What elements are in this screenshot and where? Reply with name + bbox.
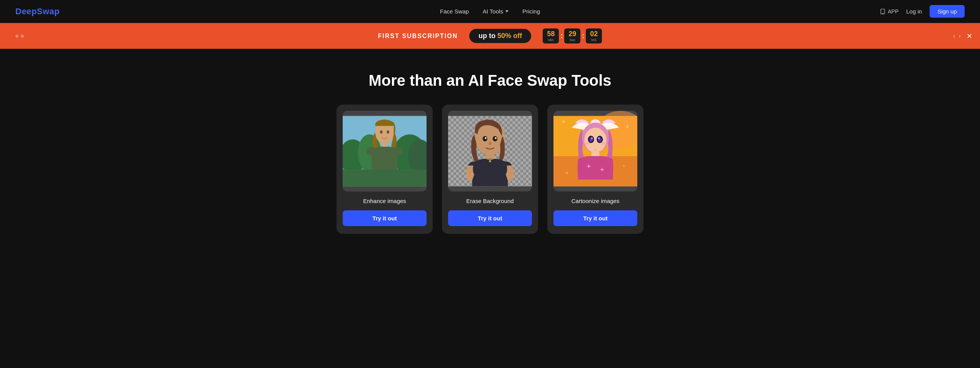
cartoon-illustration	[553, 111, 637, 191]
card-enhance-image	[343, 111, 427, 191]
signup-button[interactable]: Sign up	[930, 5, 965, 18]
banner-nav-arrows: ‹ ›	[953, 32, 961, 40]
banner-prev-arrow[interactable]: ‹	[953, 32, 955, 40]
countdown-timer: 58 Min : 29 Sec : 02 MS	[543, 28, 602, 43]
svg-point-13	[380, 130, 383, 134]
brand-logo[interactable]: DeepSwap	[15, 7, 60, 17]
timer-separator-1: :	[560, 32, 563, 40]
svg-rect-1	[882, 13, 883, 13]
card-erase: Erase Background Try it out	[442, 105, 538, 234]
timer-seconds: 29 Sec	[564, 28, 580, 43]
brand-name: DeepSwap	[15, 7, 60, 16]
svg-point-14	[387, 130, 389, 134]
svg-rect-8	[343, 170, 427, 186]
card-enhance: Enhance images Try it out	[337, 105, 433, 234]
card-cartoon-image	[553, 111, 637, 191]
ms-label: MS	[589, 38, 599, 42]
tools-cards: Enhance images Try it out	[8, 105, 972, 234]
svg-point-28	[495, 137, 497, 139]
svg-point-43	[592, 137, 593, 138]
svg-point-44	[598, 137, 599, 138]
banner-subscription-text: FIRST SUBSCRIPTION	[378, 33, 458, 40]
svg-point-24	[489, 160, 491, 162]
seconds-label: Sec	[567, 38, 577, 42]
nav-pricing[interactable]: Pricing	[522, 8, 540, 15]
banner-offer-badge[interactable]: up to 50% off	[469, 29, 531, 43]
banner-close-button[interactable]: ✕	[967, 33, 972, 40]
card-cartoon-label: Cartoonize images	[571, 198, 619, 204]
banner-discount: 50% off	[497, 32, 522, 40]
timer-minutes: 58 Min	[543, 28, 559, 43]
timer-separator-2: :	[582, 32, 584, 40]
ai-tools-label: AI Tools	[483, 8, 503, 15]
nav-center: Face Swap AI Tools Pricing	[440, 8, 540, 15]
dot-1	[15, 35, 18, 38]
main-content: More than an AI Face Swap Tools	[0, 49, 980, 265]
card-cartoon: Cartoonize images Try it out	[547, 105, 643, 234]
svg-point-49	[623, 165, 625, 167]
nav-right: APP Log in Sign up	[880, 5, 965, 18]
banner-offer-text: up to 50% off	[478, 32, 522, 40]
svg-point-12	[393, 147, 403, 155]
login-button[interactable]: Log in	[906, 8, 922, 15]
ms-value: 02	[589, 30, 599, 38]
card-erase-button[interactable]: Try it out	[448, 210, 532, 226]
minutes-label: Min	[546, 38, 556, 42]
navbar: DeepSwap Face Swap AI Tools Pricing APP …	[0, 0, 980, 23]
phone-icon	[880, 9, 885, 14]
card-enhance-button[interactable]: Try it out	[343, 210, 427, 226]
nav-app-link[interactable]: APP	[880, 8, 898, 15]
svg-point-45	[585, 142, 590, 145]
seconds-value: 29	[567, 30, 577, 38]
card-erase-label: Erase Background	[466, 198, 513, 204]
section-title: More than an AI Face Swap Tools	[8, 72, 972, 89]
nav-face-swap[interactable]: Face Swap	[440, 8, 469, 15]
svg-point-26	[493, 136, 497, 142]
svg-point-46	[601, 142, 605, 145]
banner-decoration	[15, 35, 24, 38]
svg-point-48	[565, 172, 568, 174]
promo-banner: FIRST SUBSCRIPTION up to 50% off 58 Min …	[0, 23, 980, 49]
dot-2	[21, 35, 24, 38]
svg-point-36	[584, 128, 607, 153]
card-cartoon-button[interactable]: Try it out	[553, 210, 637, 226]
app-label: APP	[888, 8, 898, 15]
card-erase-image	[448, 111, 532, 191]
nav-ai-tools[interactable]: AI Tools	[483, 8, 508, 15]
chevron-down-icon	[505, 10, 508, 12]
card-enhance-label: Enhance images	[363, 198, 406, 204]
erase-illustration	[448, 111, 532, 191]
banner-next-arrow[interactable]: ›	[958, 32, 961, 40]
timer-ms: 02 MS	[586, 28, 602, 43]
svg-point-25	[483, 136, 487, 142]
minutes-value: 58	[546, 30, 556, 38]
svg-point-11	[366, 147, 376, 155]
enhance-illustration	[343, 111, 427, 191]
svg-point-27	[485, 137, 486, 139]
svg-point-29	[489, 142, 492, 145]
